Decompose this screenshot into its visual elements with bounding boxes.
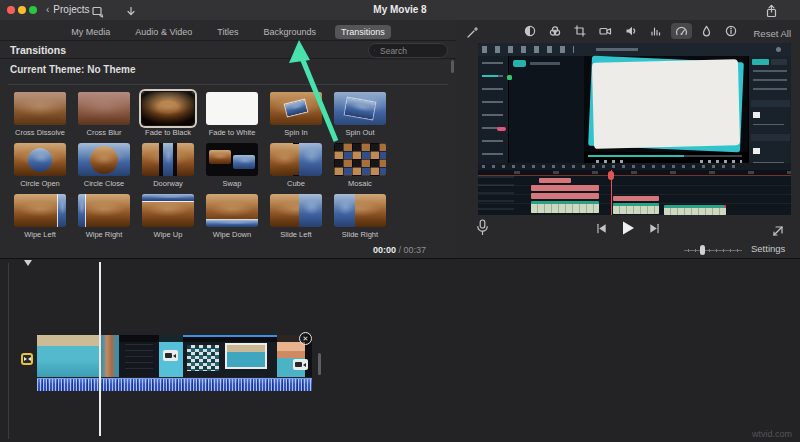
transition-thumbnail[interactable] [142, 194, 194, 227]
transition-thumbnail[interactable] [334, 194, 386, 227]
back-to-projects-button[interactable]: ‹Projects [46, 4, 89, 15]
transition-label: Wipe Up [154, 230, 183, 239]
transition-cross-blur[interactable]: Cross Blur [72, 92, 136, 137]
color-balance-icon[interactable] [520, 23, 540, 39]
tab-audio-video[interactable]: Audio & Video [129, 25, 198, 39]
transition-spin-out[interactable]: Spin Out [328, 92, 392, 137]
stabilization-icon[interactable] [595, 23, 616, 39]
close-window-button[interactable] [7, 6, 15, 14]
transition-label: Swap [223, 179, 242, 188]
transition-thumbnail[interactable] [206, 92, 258, 125]
transition-thumbnail[interactable] [206, 143, 258, 176]
project-title: My Movie 8 [373, 4, 426, 15]
transition-wipe-left[interactable]: Wipe Left [8, 194, 72, 239]
crop-icon[interactable] [570, 23, 590, 39]
skip-back-button[interactable] [595, 221, 608, 239]
play-button[interactable] [620, 220, 636, 240]
volume-icon[interactable] [621, 23, 641, 39]
browser-scrollbar[interactable] [451, 60, 454, 73]
embedded-app-tracks [478, 176, 791, 215]
transition-wipe-down[interactable]: Wipe Down [200, 194, 264, 239]
transition-slide-right[interactable]: Slide Right [328, 194, 392, 239]
transition-spin-in[interactable]: Spin In [264, 92, 328, 137]
embedded-app-preview [584, 56, 748, 152]
transition-label: Cross Dissolve [15, 128, 65, 137]
playhead[interactable] [99, 262, 101, 436]
tab-titles[interactable]: Titles [211, 25, 244, 39]
transition-thumbnail[interactable] [14, 143, 66, 176]
clip-scroll-handle[interactable] [318, 353, 321, 375]
transition-fade-to-black[interactable]: Fade to Black [136, 92, 200, 137]
transition-circle-close[interactable]: Circle Close [72, 143, 136, 188]
audio-waveform[interactable] [37, 378, 312, 391]
transition-fade-to-white[interactable]: Fade to White [200, 92, 264, 137]
search-input[interactable] [378, 45, 442, 57]
color-correction-icon[interactable] [545, 23, 565, 39]
chevron-left-icon: ‹ [46, 4, 49, 15]
transition-label: Slide Right [342, 230, 378, 239]
transitions-grid: Cross DissolveCross BlurFade to BlackFad… [8, 92, 392, 239]
transition-label: Fade to Black [145, 128, 191, 137]
transition-thumbnail[interactable] [78, 194, 130, 227]
transition-thumbnail[interactable] [14, 194, 66, 227]
tab-backgrounds[interactable]: Backgrounds [257, 25, 322, 39]
transition-label: Mosaic [348, 179, 372, 188]
transition-thumbnail[interactable] [14, 92, 66, 125]
transition-thumbnail[interactable] [334, 92, 386, 125]
transition-thumbnail[interactable] [78, 92, 130, 125]
transition-thumbnail[interactable] [270, 194, 322, 227]
transition-cross-dissolve[interactable]: Cross Dissolve [8, 92, 72, 137]
camera-icon [293, 359, 308, 370]
close-badge-icon[interactable]: ✕ [299, 332, 312, 345]
transition-badge-icon[interactable] [21, 353, 33, 365]
enhance-wand-icon[interactable] [466, 26, 479, 39]
camera-icon [163, 350, 178, 361]
transition-doorway[interactable]: Doorway [136, 143, 200, 188]
transition-circle-open[interactable]: Circle Open [8, 143, 72, 188]
noise-equalizer-icon[interactable] [646, 23, 666, 39]
timeline-start-edge [8, 263, 9, 439]
zoom-slider-knob[interactable] [700, 245, 705, 255]
minimize-window-button[interactable] [18, 6, 26, 14]
timeline-position-marker[interactable] [24, 260, 32, 266]
transition-label: Circle Open [20, 179, 60, 188]
info-icon[interactable] [721, 23, 741, 39]
transition-thumbnail[interactable] [142, 143, 194, 176]
reset-all-button[interactable]: Reset All [754, 28, 792, 39]
watermark: wtvid.com [752, 429, 792, 439]
filters-icon[interactable] [697, 23, 716, 39]
window-titlebar: ‹Projects My Movie 8 [0, 0, 800, 21]
current-theme-label: Current Theme: No Theme [10, 64, 136, 75]
transition-thumbnail[interactable] [334, 143, 386, 176]
skip-forward-button[interactable] [648, 221, 661, 239]
transition-slide-left[interactable]: Slide Left [264, 194, 328, 239]
embedded-app-topbar [478, 43, 791, 56]
transition-thumbnail[interactable] [206, 194, 258, 227]
clip-segment-pool [37, 335, 99, 377]
viewer-panel: Reset All [456, 20, 800, 258]
voiceover-mic-button[interactable] [476, 219, 489, 240]
fullscreen-expand-icon[interactable] [772, 223, 784, 241]
time-display: 00:00 / 00:37 [373, 245, 426, 255]
settings-button[interactable]: Settings [751, 243, 785, 254]
transition-mosaic[interactable]: Mosaic [328, 143, 392, 188]
transition-thumbnail[interactable] [270, 92, 322, 125]
transition-wipe-up[interactable]: Wipe Up [136, 194, 200, 239]
speed-icon[interactable] [671, 23, 692, 39]
transition-thumbnail[interactable] [78, 143, 130, 176]
transition-swap[interactable]: Swap [200, 143, 264, 188]
tab-my-media[interactable]: My Media [65, 25, 116, 39]
transition-thumbnail[interactable] [270, 143, 322, 176]
zoom-window-button[interactable] [29, 6, 37, 14]
search-icon [374, 46, 375, 55]
transition-thumbnail[interactable] [142, 92, 194, 125]
search-field[interactable] [368, 43, 448, 58]
transition-label: Fade to White [209, 128, 256, 137]
tab-transitions[interactable]: Transitions [335, 25, 391, 39]
transition-label: Doorway [153, 179, 183, 188]
transition-wipe-right[interactable]: Wipe Right [72, 194, 136, 239]
timeline-clip[interactable]: ✕ [37, 335, 312, 391]
timeline-zoom-slider[interactable] [684, 245, 742, 255]
transition-cube[interactable]: Cube [264, 143, 328, 188]
transition-label: Wipe Right [86, 230, 123, 239]
